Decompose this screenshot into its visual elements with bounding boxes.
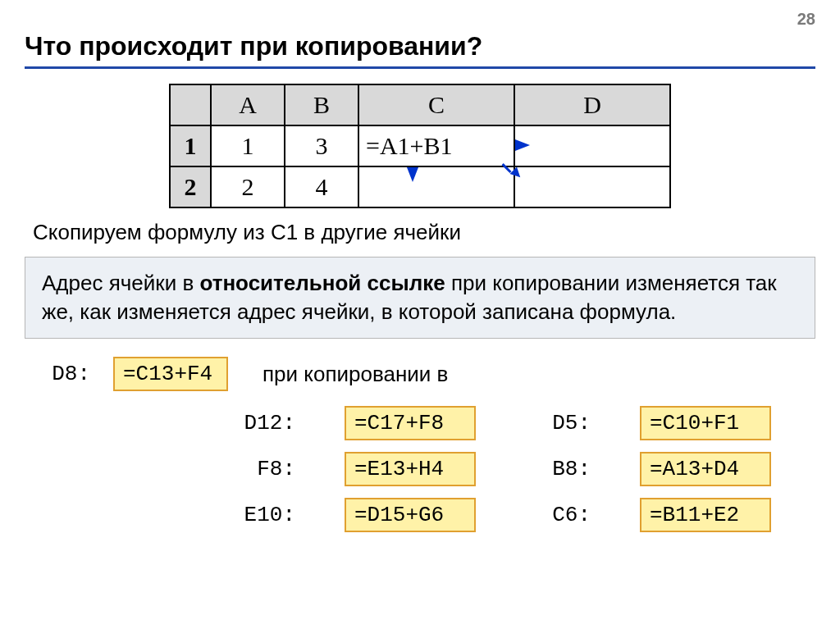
results-grid: D12: =C17+F8 D5: =C10+F1 F8: =E13+H4 B8:… — [221, 406, 815, 532]
corner-cell — [170, 84, 211, 125]
examples-section: D8: =C13+F4 при копировании в D12: =C17+… — [25, 357, 815, 532]
base-label: D8: — [25, 362, 90, 386]
result-formula-1: =C10+F1 — [640, 406, 771, 440]
result-label-4: E10: — [221, 503, 295, 527]
arrow-diagonal-icon — [507, 162, 522, 177]
caption-text: Скопируем формулу из С1 в другие ячейки — [33, 220, 815, 245]
arrow-down-icon — [407, 167, 418, 182]
cell-c1-text: =A1+B1 — [366, 132, 453, 159]
cell-a2: 2 — [211, 166, 285, 207]
cell-b2: 4 — [285, 166, 358, 207]
base-formula: =C13+F4 — [113, 357, 228, 391]
page-title: Что происходит при копировании? — [25, 31, 815, 69]
col-header-c: C — [358, 84, 514, 125]
col-header-d: D — [514, 84, 670, 125]
result-label-2: F8: — [221, 457, 295, 481]
col-header-b: B — [285, 84, 358, 125]
result-formula-0: =C17+F8 — [345, 406, 476, 440]
result-formula-5: =B11+E2 — [640, 498, 771, 532]
cell-d2 — [514, 166, 670, 207]
result-label-1: D5: — [517, 411, 591, 435]
row-header-2: 2 — [170, 166, 211, 207]
cell-b1: 3 — [285, 125, 358, 166]
result-label-5: C6: — [517, 503, 591, 527]
copy-text: при копировании в — [262, 362, 448, 387]
row-header-1: 1 — [170, 125, 211, 166]
info-bold: относительной ссылке — [199, 271, 445, 295]
result-formula-4: =D15+G6 — [345, 498, 476, 532]
cell-c1: =A1+B1 — [358, 125, 514, 166]
col-header-a: A — [211, 84, 285, 125]
arrow-right-icon — [515, 139, 530, 151]
result-label-0: D12: — [221, 411, 295, 435]
info-pre: Адрес ячейки в — [42, 271, 199, 295]
page-number: 28 — [797, 10, 815, 29]
info-box: Адрес ячейки в относительной ссылке при … — [25, 257, 815, 339]
cell-c2 — [358, 166, 514, 207]
spreadsheet-table: A B C D 1 1 3 =A1+B1 2 2 4 — [169, 84, 671, 208]
cell-d1 — [514, 125, 670, 166]
result-formula-2: =E13+H4 — [345, 452, 476, 486]
cell-a1: 1 — [211, 125, 285, 166]
result-formula-3: =A13+D4 — [640, 452, 771, 486]
result-label-3: B8: — [517, 457, 591, 481]
base-example: D8: =C13+F4 при копировании в — [25, 357, 815, 391]
